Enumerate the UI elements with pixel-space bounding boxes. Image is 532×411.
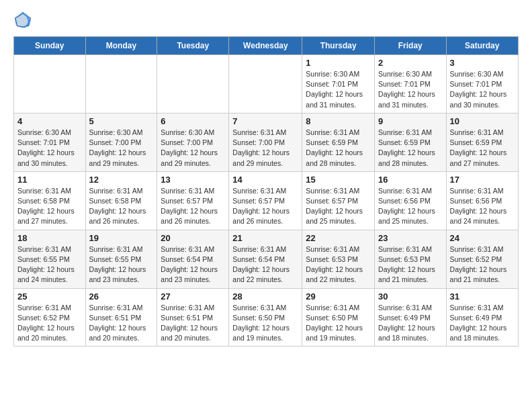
day-info: Sunrise: 6:31 AM Sunset: 6:50 PM Dayligh… xyxy=(306,303,371,344)
calendar-cell: 6Sunrise: 6:30 AM Sunset: 7:00 PM Daylig… xyxy=(157,113,229,171)
day-number: 28 xyxy=(232,291,298,302)
day-info: Sunrise: 6:30 AM Sunset: 7:00 PM Dayligh… xyxy=(89,128,154,169)
day-number: 29 xyxy=(306,291,371,302)
day-info: Sunrise: 6:31 AM Sunset: 6:53 PM Dayligh… xyxy=(306,244,371,285)
day-number: 15 xyxy=(306,175,371,185)
page-header xyxy=(13,11,519,30)
day-number: 10 xyxy=(450,116,515,126)
weekday-header-thursday: Thursday xyxy=(302,37,375,55)
calendar-cell: 31Sunrise: 6:31 AM Sunset: 6:49 PM Dayli… xyxy=(446,288,518,347)
calendar-cell: 27Sunrise: 6:31 AM Sunset: 6:51 PM Dayli… xyxy=(157,288,229,347)
day-number: 11 xyxy=(17,175,82,185)
day-number: 7 xyxy=(232,116,298,126)
day-info: Sunrise: 6:30 AM Sunset: 7:01 PM Dayligh… xyxy=(450,69,515,110)
calendar-week-2: 4Sunrise: 6:30 AM Sunset: 7:01 PM Daylig… xyxy=(14,113,519,171)
weekday-header-wednesday: Wednesday xyxy=(229,37,302,55)
day-number: 25 xyxy=(17,291,82,302)
calendar-cell: 23Sunrise: 6:31 AM Sunset: 6:53 PM Dayli… xyxy=(375,230,447,288)
calendar-cell: 5Sunrise: 6:30 AM Sunset: 7:00 PM Daylig… xyxy=(85,113,157,171)
logo xyxy=(13,11,35,30)
day-info: Sunrise: 6:31 AM Sunset: 7:00 PM Dayligh… xyxy=(232,128,298,169)
day-number: 5 xyxy=(89,116,154,126)
day-number: 1 xyxy=(306,58,371,68)
calendar-cell: 7Sunrise: 6:31 AM Sunset: 7:00 PM Daylig… xyxy=(229,113,302,171)
day-info: Sunrise: 6:30 AM Sunset: 7:01 PM Dayligh… xyxy=(378,69,443,110)
calendar-cell: 13Sunrise: 6:31 AM Sunset: 6:57 PM Dayli… xyxy=(157,171,229,230)
calendar-cell: 18Sunrise: 6:31 AM Sunset: 6:55 PM Dayli… xyxy=(14,230,86,288)
day-number: 8 xyxy=(306,116,371,126)
calendar-cell: 17Sunrise: 6:31 AM Sunset: 6:56 PM Dayli… xyxy=(446,171,518,230)
day-info: Sunrise: 6:31 AM Sunset: 6:54 PM Dayligh… xyxy=(161,244,225,285)
day-number: 4 xyxy=(17,116,82,126)
calendar-cell xyxy=(14,55,86,113)
day-number: 12 xyxy=(89,175,154,185)
day-number: 30 xyxy=(378,291,443,302)
calendar-header-row: SundayMondayTuesdayWednesdayThursdayFrid… xyxy=(14,37,519,55)
day-number: 2 xyxy=(378,58,443,68)
day-info: Sunrise: 6:31 AM Sunset: 6:52 PM Dayligh… xyxy=(450,244,515,285)
day-info: Sunrise: 6:31 AM Sunset: 6:59 PM Dayligh… xyxy=(378,128,443,169)
day-info: Sunrise: 6:31 AM Sunset: 6:56 PM Dayligh… xyxy=(450,186,515,227)
day-info: Sunrise: 6:31 AM Sunset: 6:52 PM Dayligh… xyxy=(17,303,82,344)
calendar-cell: 22Sunrise: 6:31 AM Sunset: 6:53 PM Dayli… xyxy=(302,230,375,288)
day-info: Sunrise: 6:31 AM Sunset: 6:59 PM Dayligh… xyxy=(306,128,371,169)
day-info: Sunrise: 6:31 AM Sunset: 6:58 PM Dayligh… xyxy=(89,186,154,227)
day-number: 9 xyxy=(378,116,443,126)
calendar-cell: 28Sunrise: 6:31 AM Sunset: 6:50 PM Dayli… xyxy=(229,288,302,347)
day-info: Sunrise: 6:31 AM Sunset: 6:56 PM Dayligh… xyxy=(378,186,443,227)
day-info: Sunrise: 6:31 AM Sunset: 6:53 PM Dayligh… xyxy=(378,244,443,285)
calendar-table: SundayMondayTuesdayWednesdayThursdayFrid… xyxy=(13,36,519,347)
day-number: 14 xyxy=(232,175,298,185)
calendar-cell: 4Sunrise: 6:30 AM Sunset: 7:01 PM Daylig… xyxy=(14,113,86,171)
calendar-cell: 12Sunrise: 6:31 AM Sunset: 6:58 PM Dayli… xyxy=(85,171,157,230)
calendar-cell: 15Sunrise: 6:31 AM Sunset: 6:57 PM Dayli… xyxy=(302,171,375,230)
weekday-header-friday: Friday xyxy=(375,37,447,55)
weekday-header-monday: Monday xyxy=(85,37,157,55)
calendar-cell: 1Sunrise: 6:30 AM Sunset: 7:01 PM Daylig… xyxy=(302,55,375,113)
weekday-header-sunday: Sunday xyxy=(14,37,86,55)
day-info: Sunrise: 6:31 AM Sunset: 6:57 PM Dayligh… xyxy=(306,186,371,227)
day-number: 16 xyxy=(378,175,443,185)
calendar-week-3: 11Sunrise: 6:31 AM Sunset: 6:58 PM Dayli… xyxy=(14,171,519,230)
calendar-cell: 16Sunrise: 6:31 AM Sunset: 6:56 PM Dayli… xyxy=(375,171,447,230)
day-info: Sunrise: 6:31 AM Sunset: 6:49 PM Dayligh… xyxy=(450,303,515,344)
calendar-cell xyxy=(229,55,302,113)
calendar-cell: 19Sunrise: 6:31 AM Sunset: 6:55 PM Dayli… xyxy=(85,230,157,288)
logo-icon xyxy=(13,11,32,30)
calendar-cell: 9Sunrise: 6:31 AM Sunset: 6:59 PM Daylig… xyxy=(375,113,447,171)
day-number: 21 xyxy=(232,233,298,243)
day-info: Sunrise: 6:31 AM Sunset: 6:51 PM Dayligh… xyxy=(89,303,154,344)
day-number: 3 xyxy=(450,58,515,68)
calendar-cell: 24Sunrise: 6:31 AM Sunset: 6:52 PM Dayli… xyxy=(446,230,518,288)
calendar-cell: 10Sunrise: 6:31 AM Sunset: 6:59 PM Dayli… xyxy=(446,113,518,171)
day-info: Sunrise: 6:31 AM Sunset: 6:57 PM Dayligh… xyxy=(232,186,298,227)
page-container: SundayMondayTuesdayWednesdayThursdayFrid… xyxy=(0,0,532,353)
day-number: 17 xyxy=(450,175,515,185)
calendar-cell: 25Sunrise: 6:31 AM Sunset: 6:52 PM Dayli… xyxy=(14,288,86,347)
day-number: 31 xyxy=(450,291,515,302)
calendar-week-4: 18Sunrise: 6:31 AM Sunset: 6:55 PM Dayli… xyxy=(14,230,519,288)
calendar-cell: 29Sunrise: 6:31 AM Sunset: 6:50 PM Dayli… xyxy=(302,288,375,347)
day-number: 20 xyxy=(161,233,225,243)
day-info: Sunrise: 6:30 AM Sunset: 7:01 PM Dayligh… xyxy=(306,69,371,110)
day-number: 19 xyxy=(89,233,154,243)
day-number: 22 xyxy=(306,233,371,243)
day-number: 27 xyxy=(161,291,225,302)
day-info: Sunrise: 6:31 AM Sunset: 6:49 PM Dayligh… xyxy=(378,303,443,344)
calendar-cell xyxy=(157,55,229,113)
day-number: 6 xyxy=(161,116,225,126)
calendar-cell: 8Sunrise: 6:31 AM Sunset: 6:59 PM Daylig… xyxy=(302,113,375,171)
day-info: Sunrise: 6:30 AM Sunset: 7:00 PM Dayligh… xyxy=(161,128,225,169)
day-info: Sunrise: 6:31 AM Sunset: 6:54 PM Dayligh… xyxy=(232,244,298,285)
calendar-cell: 3Sunrise: 6:30 AM Sunset: 7:01 PM Daylig… xyxy=(446,55,518,113)
day-number: 13 xyxy=(161,175,225,185)
calendar-cell: 2Sunrise: 6:30 AM Sunset: 7:01 PM Daylig… xyxy=(375,55,447,113)
calendar-cell: 21Sunrise: 6:31 AM Sunset: 6:54 PM Dayli… xyxy=(229,230,302,288)
day-info: Sunrise: 6:31 AM Sunset: 6:57 PM Dayligh… xyxy=(161,186,225,227)
day-info: Sunrise: 6:31 AM Sunset: 6:58 PM Dayligh… xyxy=(17,186,82,227)
day-info: Sunrise: 6:31 AM Sunset: 6:59 PM Dayligh… xyxy=(450,128,515,169)
calendar-cell xyxy=(85,55,157,113)
weekday-header-saturday: Saturday xyxy=(446,37,518,55)
calendar-cell: 30Sunrise: 6:31 AM Sunset: 6:49 PM Dayli… xyxy=(375,288,447,347)
calendar-week-5: 25Sunrise: 6:31 AM Sunset: 6:52 PM Dayli… xyxy=(14,288,519,347)
